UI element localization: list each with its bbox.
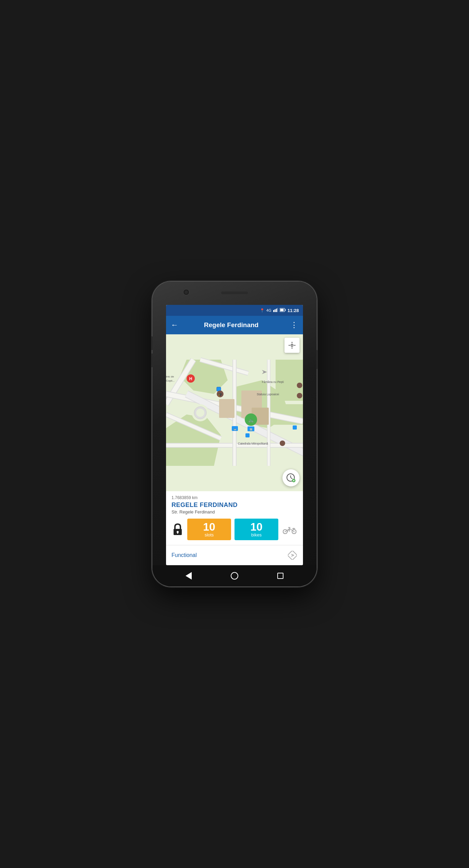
app-bar: ← Regele Ferdinand ⋮ [166,316,303,334]
svg-rect-31 [219,399,234,418]
camera-sensor [183,289,189,295]
status-bar: 📍 4G 11:28 [166,305,303,316]
speaker-grille [221,291,248,295]
functional-status: Functional [172,552,197,558]
my-location-button[interactable] [284,338,300,353]
svg-line-65 [291,478,292,479]
svg-point-43 [297,383,302,388]
svg-line-83 [289,528,290,529]
bike-icon-wrap [282,525,297,534]
lock-icon-wrap [172,522,184,537]
slots-label: slots [205,532,214,537]
station-name: REGELE FERDINAND [172,501,297,509]
svg-text:inic de: inic de [166,375,174,378]
location-status-icon: 📍 [260,308,265,313]
svg-text:🎓: 🎓 [218,392,223,397]
svg-rect-71 [177,532,178,534]
bottom-navigation-bar [152,565,317,586]
bikes-count: 10 [250,521,263,532]
info-panel: 1.7683859 km REGELE FERDINAND Str. Regel… [166,491,303,565]
svg-text:Catedrala Mitropolitană: Catedrala Mitropolitană [238,442,268,445]
signal-icon [273,308,278,313]
phone-device: 📍 4G 11:28 [152,282,317,586]
svg-point-45 [297,393,302,398]
back-nav-icon [186,572,192,580]
svg-rect-2 [276,309,277,312]
stats-row: 10 slots 10 bikes [172,519,297,540]
station-address: Str. Regele Ferdinand [172,509,297,514]
bikes-label: bikes [251,532,262,537]
svg-text:🚲: 🚲 [248,417,254,423]
svg-rect-84 [288,551,297,560]
svg-rect-0 [273,310,274,312]
status-icons: 📍 4G 11:28 [260,308,299,313]
svg-rect-38 [293,425,297,430]
bike-icon [283,525,296,534]
distance-text: 1.7683859 km [172,495,297,500]
home-nav-icon [231,572,238,580]
navigation-icon[interactable] [287,550,297,560]
svg-text:ℹ️: ℹ️ [250,428,253,431]
slots-stat-box: 10 slots [187,519,231,540]
svg-rect-5 [285,309,286,311]
slots-count: 10 [203,521,215,532]
page-title: Regele Ferdinand [182,321,280,329]
svg-point-48 [280,441,285,446]
recent-nav-button[interactable] [277,573,283,579]
battery-icon [280,308,286,313]
time-display: 11:28 [288,308,299,313]
lock-icon [172,523,183,536]
svg-rect-6 [280,309,283,311]
bikes-stat-box: 10 bikes [234,519,278,540]
back-nav-button[interactable] [186,572,192,580]
back-button[interactable]: ← [171,321,178,330]
svg-point-34 [196,409,204,417]
network-status: 4G [266,308,271,312]
home-nav-button[interactable] [231,572,238,580]
svg-text:Copii...: Copii... [166,379,175,382]
phone-screen: 📍 4G 11:28 [166,305,303,565]
functional-row: Functional [172,545,297,565]
power-button[interactable] [316,350,318,369]
more-options-button[interactable]: ⋮ [290,321,298,330]
schedule-button[interactable] [282,469,300,486]
svg-rect-37 [245,433,250,437]
recent-nav-icon [277,573,283,579]
svg-point-58 [291,344,293,346]
svg-rect-1 [275,309,276,312]
svg-text:🚌: 🚌 [233,427,237,431]
svg-text:Statuia Lupoaicei: Statuia Lupoaicei [257,393,279,396]
svg-rect-3 [277,308,278,312]
svg-text:Fântâna cu Pești: Fântâna cu Pești [262,380,284,384]
svg-text:H: H [189,376,192,381]
map-view[interactable]: H 🎓 Fântâna cu Pești Statuia Lupoaicei C… [166,334,303,491]
volume-up-button[interactable] [151,336,153,350]
volume-down-button[interactable] [151,354,153,367]
